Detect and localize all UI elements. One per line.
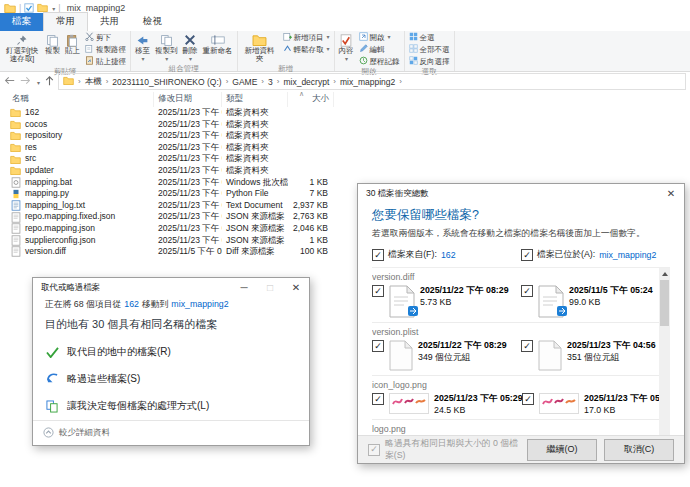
continue-button[interactable]: 繼續(O) — [527, 439, 597, 461]
scrollbar[interactable] — [659, 268, 670, 444]
source-folder-link[interactable]: 162 — [441, 250, 456, 260]
destination-folder-link[interactable]: mix_mapping2 — [171, 299, 228, 309]
destination-version-option[interactable]: ✓ 2025/11/23 下午 04:56351 個位元組 — [521, 340, 670, 371]
file-row[interactable]: 162 2025/11/23 下午 08:49 檔案資料夾 — [8, 107, 338, 119]
new-item-icon — [283, 32, 292, 43]
paste-button[interactable]: 貼上 — [63, 32, 82, 56]
qat-properties-icon[interactable] — [24, 3, 34, 13]
destination-folder-link[interactable]: mix_mapping2 — [599, 250, 656, 260]
destination-version-option[interactable]: ✓ 2025/11/23 下午 05:2517.0 KB — [522, 393, 670, 415]
select-none-button[interactable]: 全部不選 — [407, 44, 452, 55]
select-none-icon — [409, 44, 418, 55]
open-label: 開啟 — [370, 33, 385, 42]
recent-locations-dropdown[interactable] — [36, 76, 40, 87]
file-row[interactable]: cocos 2025/11/23 下午 08:47 檔案資料夾 — [8, 119, 338, 131]
source-version-option[interactable]: ✓ 2025/11/23 下午 05:2924.5 KB — [372, 393, 522, 415]
source-version-option[interactable]: ✓ 2025/11/22 下午 08:295.73 KB — [372, 285, 521, 318]
column-header-date[interactable]: 修改日期 — [154, 92, 222, 107]
file-row[interactable]: version.diff 2025/11/5 下午 05:24 Diff 來源檔… — [8, 246, 338, 258]
copy-button[interactable]: 複製 — [43, 32, 62, 56]
invert-selection-button[interactable]: 反向選擇 — [407, 56, 452, 67]
move-to-icon — [136, 33, 149, 47]
file-row[interactable]: supplierconfig.json 2025/11/23 下午 04:56 … — [8, 235, 338, 247]
pin-to-quick-access-button[interactable]: 釘選到[快速存取] — [2, 32, 42, 64]
select-all-destination-checkbox[interactable]: ✓ 檔案已位於(A): mix_mapping2 — [521, 249, 670, 261]
file-row[interactable]: updater 2025/11/23 下午 08:50 檔案資料夾 — [8, 165, 338, 177]
close-icon[interactable]: ✕ — [658, 184, 684, 203]
edit-button[interactable]: 編輯 — [357, 44, 402, 55]
open-button[interactable]: 開啟 — [357, 32, 402, 43]
file-row[interactable]: src 2025/11/23 下午 08:51 檔案資料夾 — [8, 153, 338, 165]
breadcrumb-item-mix-mapping2[interactable]: mix_mapping2 — [340, 77, 395, 87]
checkbox-checked-icon: ✓ — [372, 340, 384, 352]
select-all-button[interactable]: 全選 — [407, 32, 452, 43]
file-row[interactable]: repo.mapping.json 2025/11/23 下午 07:46 JS… — [8, 223, 338, 235]
up-button[interactable] — [45, 76, 54, 88]
address-bar[interactable]: › 本機 › 20231110_SHIRONEKO (Q:) › GAME › … — [58, 73, 686, 90]
source-folder-link[interactable]: 162 — [124, 299, 139, 309]
destination-version-option[interactable]: ✓ 2025/11/5 下午 05:2499.0 KB — [521, 285, 670, 318]
skip-same-files-label: 略過具有相同日期與大小的 0 個檔案(S) — [385, 438, 522, 462]
file-row[interactable]: mapping_log.txt 2025/11/23 下午 08:27 Text… — [8, 200, 338, 212]
skip-arrow-icon — [45, 372, 59, 386]
tab-home[interactable]: 常用 — [43, 12, 88, 31]
keep-files-heading: 您要保留哪些檔案? — [372, 207, 670, 224]
new-item-button[interactable]: 新增項目 — [281, 32, 332, 43]
rename-button[interactable]: 重新命名 — [201, 32, 235, 56]
conflict-dialog-title: 30 檔案衝突總數 — [366, 188, 429, 200]
copy-path-button[interactable]: 複製路徑 — [83, 44, 128, 55]
scrollbar-thumb[interactable] — [660, 280, 669, 326]
breadcrumb-item-mix-decrypt[interactable]: mix_decrypt — [283, 77, 329, 87]
ribbon-group-open: 內容 開啟 編輯 歷程記錄 開啟 — [335, 31, 405, 71]
back-button[interactable] — [4, 76, 15, 87]
cut-button[interactable]: 剪下 — [83, 32, 128, 43]
qat-new-folder-icon[interactable] — [37, 3, 48, 12]
cut-label: 剪下 — [96, 33, 111, 42]
check-icon — [45, 345, 59, 359]
easy-access-icon — [283, 44, 292, 55]
file-row[interactable]: repo.mapping.fixed.json 2025/11/23 下午 07… — [8, 211, 338, 223]
skip-files-option[interactable]: 略過這些檔案(S) — [45, 372, 297, 386]
ribbon-tabs: 檔案 常用 共用 檢視 — [0, 15, 690, 31]
breadcrumb-item-this-pc[interactable]: 本機 — [85, 76, 102, 88]
column-header-type[interactable]: 類型 — [222, 92, 288, 107]
window-title: mix_mapping2 — [67, 3, 126, 13]
copy-to-button[interactable]: 複製到 — [153, 32, 180, 64]
history-button[interactable]: 歷程記錄 — [357, 56, 402, 67]
easy-access-button[interactable]: 輕鬆存取 — [281, 44, 332, 55]
cancel-button[interactable]: 取消(C) — [604, 439, 674, 461]
tab-view[interactable]: 檢視 — [131, 13, 174, 31]
tab-share[interactable]: 共用 — [88, 13, 131, 31]
select-all-source-checkbox[interactable]: ✓ 檔案來自(F): 162 — [372, 249, 521, 261]
file-row[interactable]: repository 2025/11/23 下午 08:47 檔案資料夾 — [8, 130, 338, 142]
paste-shortcut-button[interactable]: 貼上捷徑 — [83, 56, 128, 67]
file-row[interactable]: mapping.py 2025/11/23 下午 08:23 Python Fi… — [8, 188, 338, 200]
replace-files-option[interactable]: 取代目的地中的檔案(R) — [45, 345, 297, 359]
breadcrumb-item-3[interactable]: 3 — [268, 77, 273, 87]
new-folder-button[interactable]: 新增資料夾 — [240, 32, 280, 64]
minimize-button[interactable]: ─ — [231, 278, 257, 297]
history-icon — [359, 56, 368, 67]
move-to-button[interactable]: 移至 — [133, 32, 152, 64]
replace-dialog-title-bar: 取代或略過檔案 ─ □ ✕ — [33, 278, 309, 297]
fewer-details-toggle[interactable]: 較少詳細資料 — [33, 420, 309, 445]
properties-button[interactable]: 內容 — [337, 32, 356, 64]
scroll-up-icon[interactable] — [659, 268, 670, 279]
decide-each-file-option[interactable]: 讓我決定每個檔案的處理方式(L) — [45, 399, 297, 413]
breadcrumb-item-game[interactable]: GAME — [232, 77, 257, 87]
batch-file-icon — [10, 177, 21, 188]
forward-button[interactable] — [20, 76, 31, 87]
ribbon: 釘選到[快速存取] 複製 貼上 剪下 複製 — [0, 31, 690, 72]
source-version-option[interactable]: ✓ 2025/11/22 下午 08:29349 個位元組 — [372, 340, 521, 371]
delete-button[interactable]: 刪除 — [181, 32, 200, 64]
breadcrumb-item-drive[interactable]: 20231110_SHIRONEKO (Q:) — [112, 77, 221, 87]
column-header-size[interactable]: 大小 — [288, 92, 334, 107]
file-row[interactable]: mapping.bat 2025/11/23 下午 08:24 Windows … — [8, 177, 338, 189]
ribbon-group-select: 全選 全部不選 反向選擇 選取 — [405, 31, 455, 71]
qat-customize-dropdown[interactable] — [51, 3, 55, 13]
select-none-label: 全部不選 — [420, 45, 450, 54]
tab-file[interactable]: 檔案 — [0, 13, 43, 31]
close-button[interactable]: ✕ — [283, 278, 309, 297]
column-header-name[interactable]: 名稱 — [8, 92, 154, 107]
file-row[interactable]: res 2025/11/23 下午 08:50 檔案資料夾 — [8, 142, 338, 154]
